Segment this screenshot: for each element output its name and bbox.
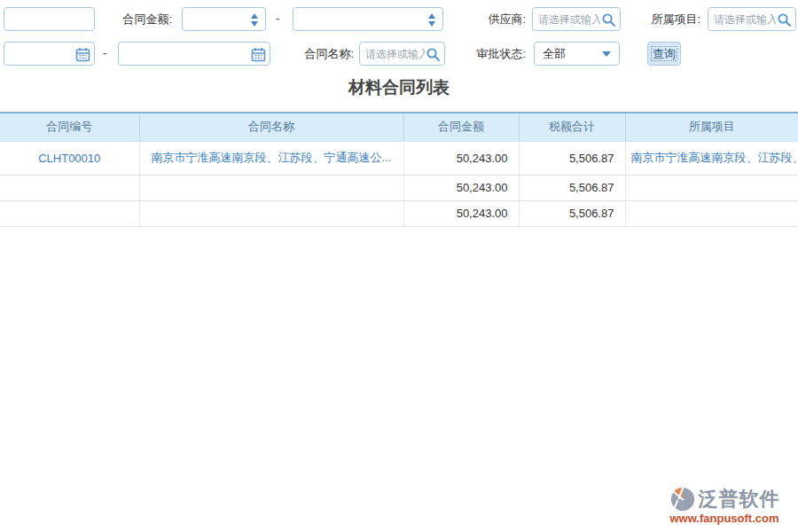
- project-search-box: [708, 7, 796, 31]
- filter-panel: 合同金额: - 供应商: 所属项目:: [0, 0, 798, 74]
- contract-code-link[interactable]: CLHT00010: [38, 152, 100, 165]
- date-from-box: [4, 42, 95, 66]
- contract-table: 合同编号 合同名称 合同金额 税额合计 所属项目 CLHT00010 南京市宁淮…: [0, 112, 798, 227]
- contract-name-search-box: [359, 42, 445, 66]
- amount-to-spinner: [293, 7, 443, 31]
- contract-name-cell: [139, 175, 403, 200]
- brand-url[interactable]: www.fanpusoft.com: [658, 512, 791, 525]
- tax-total-cell: 5,506.87: [519, 200, 625, 226]
- date-to-box: [118, 42, 270, 66]
- amount-label: 合同金额:: [105, 7, 172, 31]
- spinner-arrows-icon[interactable]: [251, 12, 259, 27]
- contract-name-label: 合同名称:: [288, 42, 354, 66]
- material-contract-list-page: 合同金额: - 供应商: 所属项目:: [0, 0, 798, 532]
- brand-footer: 泛普软件 www.fanpusoft.com: [658, 486, 791, 525]
- approval-status-value: 全部: [543, 43, 566, 65]
- fanpu-logo-icon: [669, 486, 696, 512]
- query-button[interactable]: 查询: [647, 42, 681, 66]
- brand-name: 泛普软件: [699, 486, 780, 512]
- contract-amount-cell: 50,243.00: [403, 175, 519, 200]
- table-row: 50,243.00 5,506.87: [0, 175, 798, 200]
- col-header-contract-amount[interactable]: 合同金额: [403, 113, 519, 141]
- contract-name-cell: [139, 200, 403, 226]
- search-icon[interactable]: [601, 12, 616, 27]
- approval-status-label: 审批状态:: [460, 42, 526, 66]
- supplier-search-box: [532, 7, 621, 31]
- date-to-input[interactable]: [119, 43, 270, 65]
- contract-code-input[interactable]: [4, 7, 95, 31]
- spinner-arrows-icon[interactable]: [428, 12, 436, 27]
- amount-to-input[interactable]: [293, 8, 442, 30]
- spin-up-icon[interactable]: [428, 13, 435, 19]
- search-icon[interactable]: [777, 12, 792, 27]
- project-label: 所属项目:: [635, 7, 700, 31]
- contract-amount-cell: 50,243.00: [403, 141, 519, 175]
- contract-amount-cell: 50,243.00: [403, 200, 519, 226]
- project-cell: [625, 200, 798, 226]
- amount-from-spinner: [182, 7, 266, 31]
- date-range-dash: -: [103, 42, 107, 66]
- contract-name-link[interactable]: 南京市宁淮高速南京段、江苏段、宁通高速公...: [152, 151, 392, 164]
- spin-down-icon[interactable]: [428, 21, 435, 27]
- col-header-contract-code[interactable]: 合同编号: [0, 113, 139, 141]
- col-header-project[interactable]: 所属项目: [625, 113, 798, 141]
- tax-total-cell: 5,506.87: [519, 141, 625, 175]
- project-link[interactable]: 南京市宁淮高速南京段、江苏段、: [631, 151, 798, 164]
- spin-up-icon[interactable]: [251, 13, 258, 19]
- table-row: CLHT00010 南京市宁淮高速南京段、江苏段、宁通高速公... 50,243…: [0, 141, 798, 175]
- query-button-label: 查询: [652, 47, 677, 60]
- search-icon[interactable]: [426, 47, 441, 62]
- col-header-tax-total[interactable]: 税额合计: [519, 113, 625, 141]
- calendar-icon[interactable]: [251, 47, 266, 62]
- calendar-icon[interactable]: [75, 47, 90, 62]
- contract-code-cell: [0, 200, 139, 226]
- page-title: 材料合同列表: [0, 76, 798, 99]
- approval-status-select[interactable]: 全部: [534, 42, 620, 66]
- table-header-row: 合同编号 合同名称 合同金额 税额合计 所属项目: [0, 113, 798, 141]
- table-row: 50,243.00 5,506.87: [0, 200, 798, 226]
- tax-total-cell: 5,506.87: [519, 175, 625, 200]
- contract-code-cell: [0, 175, 139, 200]
- project-cell: [625, 175, 798, 200]
- chevron-down-icon: [602, 51, 611, 57]
- col-header-contract-name[interactable]: 合同名称: [139, 113, 403, 141]
- supplier-label: 供应商:: [468, 7, 526, 31]
- amount-range-dash: -: [276, 7, 280, 31]
- spin-down-icon[interactable]: [251, 21, 258, 27]
